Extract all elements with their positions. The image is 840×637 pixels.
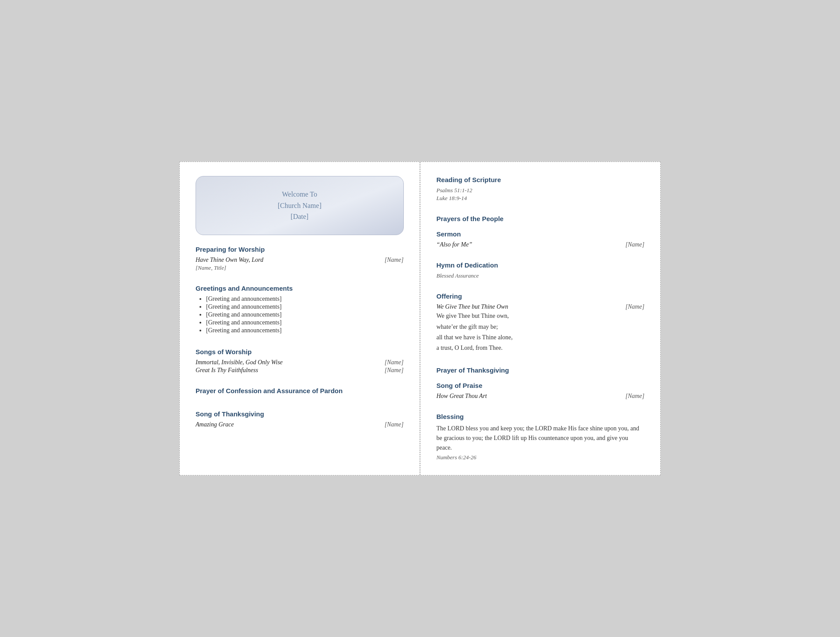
- subtitle-blessed-assurance: Blessed Assurance: [437, 272, 645, 279]
- verse-line-2: whate’er the gift may be;: [437, 322, 645, 332]
- left-column: Welcome To [Church Name] [Date] Preparin…: [180, 162, 420, 475]
- name-how-great: [Name]: [625, 393, 644, 400]
- heading-offering: Offering: [437, 292, 645, 300]
- page: Welcome To [Church Name] [Date] Preparin…: [179, 162, 661, 475]
- list-item: [Greeting and announcements]: [206, 303, 404, 310]
- heading-hymn-dedication: Hymn of Dedication: [437, 261, 645, 269]
- song-title-we-give: We Give Thee but Thine Own: [437, 303, 508, 310]
- name-immortal: [Name]: [385, 359, 404, 366]
- song-row-immortal: Immortal, Invisible, God Only Wise [Name…: [196, 359, 404, 366]
- verse-line-3: all that we have is Thine alone,: [437, 333, 645, 342]
- heading-prayer-thanksgiving: Prayer of Thanksgiving: [437, 366, 645, 374]
- list-item: [Greeting and announcements]: [206, 327, 404, 334]
- song-row-how-great: How Great Thou Art [Name]: [437, 393, 645, 400]
- blessing-text: The LORD bless you and keep you; the LOR…: [437, 424, 645, 453]
- heading-song-praise: Song of Praise: [437, 382, 645, 389]
- name-also-for-me: [Name]: [625, 241, 644, 248]
- verse-line-1: We give Thee but Thine own,: [437, 311, 645, 321]
- welcome-line2: [Church Name]: [278, 202, 322, 209]
- scripture-psalms: Psalms 51:1-12: [437, 187, 645, 194]
- heading-song-thanksgiving: Song of Thanksgiving: [196, 410, 404, 418]
- song-row-we-give: We Give Thee but Thine Own [Name]: [437, 303, 645, 310]
- list-item: [Greeting and announcements]: [206, 296, 404, 303]
- subtitle-name-title: [Name, Title]: [196, 264, 404, 271]
- list-item: [Greeting and announcements]: [206, 311, 404, 318]
- song-title-how-great: How Great Thou Art: [437, 393, 487, 400]
- right-column: Reading of Scripture Psalms 51:1-12 Luke…: [421, 162, 661, 475]
- heading-sermon: Sermon: [437, 230, 645, 238]
- welcome-line1: Welcome To: [282, 190, 317, 198]
- welcome-box: Welcome To [Church Name] [Date]: [196, 176, 404, 235]
- name-great-is: [Name]: [385, 367, 404, 374]
- name-have-thine: [Name]: [385, 257, 404, 264]
- blessing-ref: Numbers 6:24-26: [437, 454, 645, 461]
- heading-songs-worship: Songs of Worship: [196, 348, 404, 355]
- song-title-amazing-grace: Amazing Grace: [196, 421, 234, 428]
- heading-prayer-confession: Prayer of Confession and Assurance of Pa…: [196, 387, 404, 394]
- heading-greetings: Greetings and Announcements: [196, 285, 404, 292]
- heading-preparing: Preparing for Worship: [196, 246, 404, 253]
- song-row-amazing-grace: Amazing Grace [Name]: [196, 421, 404, 428]
- song-title-great-is: Great Is Thy Faithfulness: [196, 367, 258, 374]
- song-row-great-is: Great Is Thy Faithfulness [Name]: [196, 367, 404, 374]
- song-row-have-thine: Have Thine Own Way, Lord [Name]: [196, 257, 404, 264]
- song-title-immortal: Immortal, Invisible, God Only Wise: [196, 359, 283, 366]
- list-item: [Greeting and announcements]: [206, 319, 404, 326]
- song-title-have-thine: Have Thine Own Way, Lord: [196, 257, 263, 264]
- heading-prayers: Prayers of the People: [437, 215, 645, 222]
- welcome-line3: [Date]: [290, 213, 308, 220]
- verse-line-4: a trust, O Lord, from Thee.: [437, 343, 645, 353]
- song-row-also-for-me: “Also for Me” [Name]: [437, 241, 645, 248]
- heading-blessing: Blessing: [437, 413, 645, 420]
- scripture-luke: Luke 18:9-14: [437, 195, 645, 202]
- name-we-give: [Name]: [625, 303, 644, 310]
- offering-verse: We give Thee but Thine own, whate’er the…: [437, 311, 645, 353]
- song-title-also-for-me: “Also for Me”: [437, 241, 472, 248]
- greetings-list: [Greeting and announcements] [Greeting a…: [196, 296, 404, 334]
- heading-reading: Reading of Scripture: [437, 176, 645, 183]
- name-amazing-grace: [Name]: [385, 421, 404, 428]
